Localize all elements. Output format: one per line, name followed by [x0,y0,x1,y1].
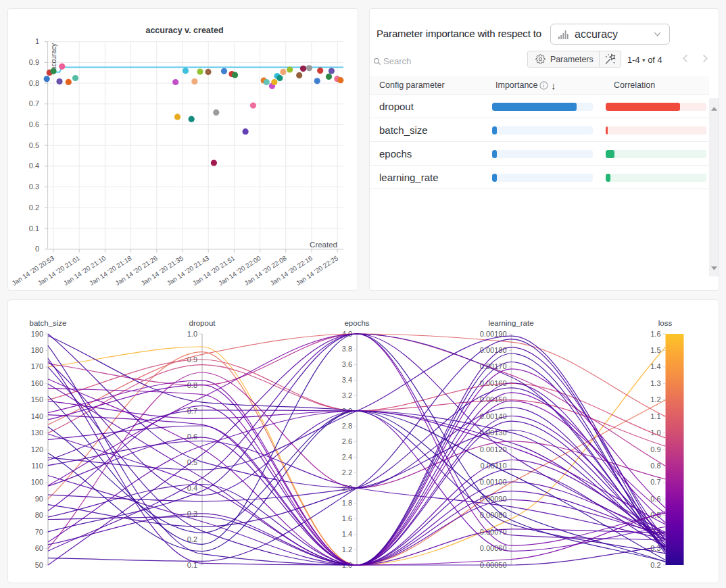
svg-text:150: 150 [31,395,43,403]
svg-text:140: 140 [31,412,43,420]
svg-text:0.7: 0.7 [650,478,660,486]
svg-text:1.3: 1.3 [650,379,660,387]
svg-text:0.00140: 0.00140 [480,412,507,420]
svg-text:0.00180: 0.00180 [480,346,507,354]
svg-text:0.5: 0.5 [29,141,39,149]
svg-text:Created: Created [310,241,337,249]
svg-text:1.2: 1.2 [342,545,352,554]
svg-text:0.3: 0.3 [29,182,39,191]
svg-text:60: 60 [35,544,43,552]
svg-text:110: 110 [31,462,43,470]
svg-text:2.6: 2.6 [342,437,352,445]
svg-text:0.2: 0.2 [650,561,660,569]
svg-text:1.4: 1.4 [650,362,660,370]
svg-text:loss: loss [658,319,673,327]
svg-text:1.2: 1.2 [650,395,660,403]
svg-text:120: 120 [31,445,43,454]
svg-text:accuracy v. created: accuracy v. created [145,26,223,35]
svg-text:3.4: 3.4 [342,376,352,384]
svg-text:170: 170 [31,362,43,370]
svg-text:0.8: 0.8 [29,79,39,87]
svg-text:1.6: 1.6 [342,514,352,522]
svg-text:1.0: 1.0 [187,330,197,338]
svg-text:0.9: 0.9 [29,58,39,66]
svg-text:0.6: 0.6 [29,120,39,128]
svg-text:160: 160 [31,379,43,387]
svg-text:0.6: 0.6 [187,433,197,441]
svg-text:1.4: 1.4 [342,530,352,538]
svg-text:0.8: 0.8 [650,462,660,470]
svg-text:1: 1 [35,37,39,45]
svg-text:90: 90 [35,495,43,503]
svg-text:70: 70 [35,528,43,536]
svg-text:0: 0 [35,245,39,253]
svg-text:learning_rate: learning_rate [488,319,533,327]
svg-text:1.8: 1.8 [342,499,352,507]
svg-text:epochs: epochs [344,319,369,327]
svg-text:100: 100 [31,478,43,486]
svg-text:3.6: 3.6 [342,360,352,368]
svg-text:3.8: 3.8 [342,345,352,353]
svg-text:190: 190 [31,330,43,338]
svg-text:0.2: 0.2 [29,203,39,212]
svg-text:batch_size: batch_size [30,319,67,327]
svg-text:0.1: 0.1 [187,561,197,569]
svg-text:0.1: 0.1 [29,224,39,232]
svg-text:180: 180 [31,346,43,354]
svg-text:50: 50 [35,561,43,569]
svg-text:0.4: 0.4 [29,162,39,170]
svg-text:80: 80 [35,511,43,519]
svg-text:2.4: 2.4 [342,453,352,461]
svg-text:3.2: 3.2 [342,391,352,399]
svg-text:Jan 14 '20 20:53: Jan 14 '20 20:53 [11,254,56,287]
svg-text:0.7: 0.7 [29,99,39,107]
svg-text:2.8: 2.8 [342,422,352,430]
svg-text:130: 130 [31,428,43,437]
svg-text:accuracy: accuracy [50,43,57,70]
svg-text:0.9: 0.9 [650,445,660,454]
svg-text:1.5: 1.5 [650,346,660,354]
svg-text:1.6: 1.6 [650,330,660,338]
svg-text:dropout: dropout [189,319,216,327]
svg-text:2.2: 2.2 [342,468,352,476]
